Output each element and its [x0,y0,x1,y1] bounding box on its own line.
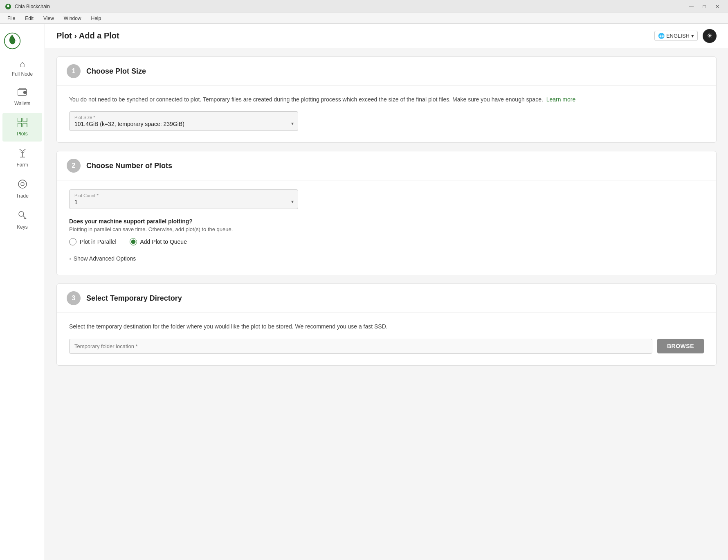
language-icon: 🌐 [658,33,665,39]
radio-plot-parallel-label: Plot in Parallel [80,238,117,245]
menu-bar: File Edit View Window Help [0,13,728,24]
plot-size-select[interactable]: 101.4GiB (k=32, temporary space: 239GiB)… [74,121,283,127]
farm-icon [18,148,27,160]
section-3-title: Select Temporary Directory [86,294,182,303]
header-bar: Plot › Add a Plot 🌐 ENGLISH ▾ ☀ [45,24,728,48]
radio-add-to-queue-label: Add Plot to Queue [140,238,187,245]
learn-more-link[interactable]: Learn more [546,96,576,103]
sidebar: ⌂ Full Node Wallets [0,24,45,560]
sidebar-item-farm[interactable]: Farm [2,143,42,173]
menu-help[interactable]: Help [87,15,106,22]
theme-icon: ☀ [707,32,712,40]
chevron-down-icon: ▾ [691,33,694,39]
language-label: ENGLISH [666,33,690,39]
svg-point-13 [18,180,27,188]
section-3-number: 3 [67,291,81,305]
section-select-temp-directory: 3 Select Temporary Directory Select the … [56,283,717,365]
svg-line-18 [24,218,25,219]
section-choose-plot-size: 1 Choose Plot Size You do not need to be… [56,56,717,143]
sidebar-label-keys: Keys [17,224,28,230]
plots-icon [18,118,27,128]
section-2-body: Plot Count * 1 2 3 4 5 ▾ Does [57,180,716,275]
sidebar-item-full-node[interactable]: ⌂ Full Node [2,55,42,82]
sidebar-label-wallets: Wallets [14,101,30,106]
menu-window[interactable]: Window [60,15,85,22]
temp-folder-input[interactable] [69,339,652,354]
main-area: Plot › Add a Plot 🌐 ENGLISH ▾ ☀ 1 Choose… [45,24,728,560]
svg-rect-10 [23,123,27,127]
svg-rect-9 [18,123,22,127]
section-3-header: 3 Select Temporary Directory [57,284,716,313]
section-1-title: Choose Plot Size [86,67,146,76]
title-bar-left: Chia Blockchain [5,3,50,10]
close-button[interactable]: ✕ [712,2,723,11]
temp-directory-description: Select the temporary destination for the… [69,322,704,331]
header-right: 🌐 ENGLISH ▾ ☀ [654,29,717,43]
section-2-header: 2 Choose Number of Plots [57,151,716,180]
page-title: Plot › Add a Plot [56,31,119,40]
maximize-button[interactable]: □ [699,2,710,11]
sidebar-label-full-node: Full Node [12,71,33,77]
section-3-body: Select the temporary destination for the… [57,313,716,365]
minimize-button[interactable]: — [685,2,697,11]
section-2-number: 2 [67,159,81,173]
window-title: Chia Blockchain [15,4,50,9]
temp-input-row: BROWSE [69,339,704,354]
svg-rect-3 [23,91,27,94]
plot-count-label: Plot Count * [74,193,283,198]
sidebar-label-plots: Plots [17,131,28,137]
browse-button[interactable]: BROWSE [657,339,704,353]
parallel-question: Does your machine support parallel plott… [69,218,704,225]
language-button[interactable]: 🌐 ENGLISH ▾ [654,31,698,41]
app-icon [5,3,11,10]
trade-icon [18,179,27,191]
plot-count-select[interactable]: 1 2 3 4 5 [74,199,283,205]
plot-size-dropdown-icon: ▾ [291,121,294,126]
plot-size-description: You do not need to be synched or connect… [69,95,704,104]
sidebar-label-farm: Farm [17,162,28,168]
keys-icon [18,210,27,222]
parallel-desc: Plotting in parallel can save time. Othe… [69,226,704,232]
advanced-options-toggle[interactable]: › Show Advanced Options [69,254,704,263]
sidebar-label-trade: Trade [16,193,29,199]
menu-file[interactable]: File [3,15,19,22]
svg-rect-8 [23,118,27,122]
app-layout: ⌂ Full Node Wallets [0,24,728,560]
sidebar-item-wallets[interactable]: Wallets [2,83,42,111]
sidebar-item-keys[interactable]: Keys [2,205,42,235]
plot-size-label: Plot Size * [74,115,283,120]
chevron-right-icon: › [69,255,71,262]
svg-point-15 [19,211,24,216]
home-icon: ⌂ [20,60,25,69]
menu-view[interactable]: View [39,15,58,22]
plot-size-select-wrapper: Plot Size * 101.4GiB (k=32, temporary sp… [69,111,298,131]
radio-add-to-queue-input[interactable] [130,238,137,245]
svg-point-14 [21,182,24,186]
wallet-icon [18,88,27,98]
radio-add-to-queue[interactable]: Add Plot to Queue [130,238,187,245]
radio-plot-parallel[interactable]: Plot in Parallel [69,238,117,245]
theme-button[interactable]: ☀ [703,29,717,43]
section-1-body: You do not need to be synched or connect… [57,86,716,142]
svg-rect-7 [18,118,22,122]
chia-logo [0,29,25,53]
section-1-header: 1 Choose Plot Size [57,57,716,86]
sidebar-item-plots[interactable]: Plots [2,113,42,142]
section-2-title: Choose Number of Plots [86,162,172,170]
window-controls: — □ ✕ [685,2,723,11]
plot-count-dropdown-icon: ▾ [291,199,294,205]
advanced-options-label: Show Advanced Options [74,255,136,262]
radio-plot-parallel-input[interactable] [69,238,76,245]
menu-edit[interactable]: Edit [21,15,38,22]
plot-count-wrapper: Plot Count * 1 2 3 4 5 ▾ [69,189,298,209]
section-1-number: 1 [67,64,81,78]
radio-group: Plot in Parallel Add Plot to Queue [69,238,704,245]
title-bar: Chia Blockchain — □ ✕ [0,0,728,13]
section-choose-number-of-plots: 2 Choose Number of Plots Plot Count * 1 … [56,151,717,275]
content-area: 1 Choose Plot Size You do not need to be… [45,48,728,560]
sidebar-item-trade[interactable]: Trade [2,174,42,204]
